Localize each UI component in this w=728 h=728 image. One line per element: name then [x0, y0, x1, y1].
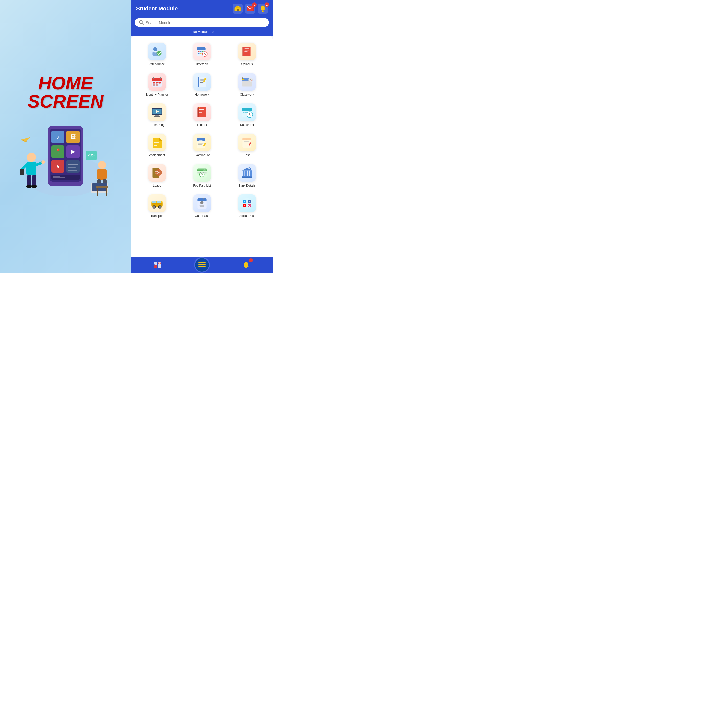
module-label-elearning: E-Learning	[150, 123, 165, 127]
header-icons: 0 1	[232, 3, 268, 14]
module-item-gatepass[interactable]: Gate-Pass	[180, 191, 224, 221]
svg-point-187	[248, 204, 251, 207]
nav-menu-btn[interactable]	[195, 258, 209, 272]
svg-rect-75	[152, 80, 162, 81]
svg-rect-99	[155, 115, 159, 116]
nav-bell-btn[interactable]: 1	[240, 259, 252, 271]
svg-text:★: ★	[55, 163, 60, 169]
svg-rect-129	[198, 144, 202, 145]
svg-text:🖼: 🖼	[70, 134, 76, 140]
svg-rect-158	[242, 176, 252, 177]
app-header: Student Module 0 1	[131, 0, 273, 16]
svg-rect-78	[153, 82, 155, 83]
svg-rect-121	[154, 144, 159, 144]
svg-point-176	[200, 201, 204, 205]
svg-rect-27	[27, 175, 31, 186]
module-item-timetable[interactable]: Timetable	[180, 40, 224, 69]
module-icon-syllabus	[238, 43, 256, 60]
modules-container: Attendance Timetable Syllabus Monthly Pl…	[131, 36, 273, 257]
module-item-examination[interactable]: EXAM Examination	[180, 131, 224, 160]
left-panel: HOME SCREEN ♪ 🖼 📍 ▶ ★	[0, 0, 131, 273]
svg-rect-31	[20, 168, 24, 175]
svg-marker-119	[159, 138, 162, 141]
svg-rect-175	[198, 200, 206, 201]
module-label-social: Social Post	[239, 214, 255, 218]
mail-badge: 0	[252, 2, 257, 7]
svg-rect-59	[197, 49, 205, 50]
module-item-assignment[interactable]: Assignment	[135, 131, 179, 160]
school-icon-btn[interactable]	[232, 3, 243, 14]
svg-rect-128	[198, 143, 203, 144]
module-item-social[interactable]: t f Social Post	[225, 191, 269, 221]
svg-rect-154	[243, 170, 245, 176]
svg-rect-41	[97, 188, 98, 196]
svg-rect-56	[155, 52, 157, 53]
svg-rect-192	[154, 265, 158, 268]
svg-rect-155	[245, 170, 247, 176]
svg-rect-84	[198, 77, 199, 87]
module-item-syllabus[interactable]: Syllabus	[225, 40, 269, 69]
module-item-ebook[interactable]: E-book	[180, 100, 224, 130]
svg-point-49	[262, 11, 264, 12]
svg-rect-64	[200, 51, 202, 52]
module-label-examination: Examination	[194, 153, 210, 157]
modules-grid: Attendance Timetable Syllabus Monthly Pl…	[133, 40, 271, 221]
svg-rect-42	[106, 188, 107, 196]
module-icon-homework	[193, 73, 211, 91]
module-item-feepaid[interactable]: $ Fee Paid List	[180, 161, 224, 190]
module-item-leave[interactable]: Leave	[135, 161, 179, 190]
svg-rect-70	[245, 48, 249, 49]
module-item-classwork[interactable]: Classwork	[225, 70, 269, 99]
module-label-attendance: Attendance	[149, 63, 165, 66]
svg-rect-15	[68, 167, 76, 168]
svg-rect-116	[243, 112, 245, 113]
svg-rect-16	[68, 170, 77, 171]
module-icon-ebook	[193, 103, 211, 121]
module-label-syllabus: Syllabus	[241, 63, 252, 66]
module-icon-timetable	[193, 43, 211, 60]
module-item-bank[interactable]: Bank Details	[225, 161, 269, 190]
svg-rect-156	[248, 170, 249, 176]
svg-rect-106	[199, 109, 204, 110]
svg-point-30	[31, 185, 37, 188]
svg-rect-77	[160, 77, 161, 79]
svg-rect-135	[244, 141, 249, 142]
module-item-datesheet[interactable]: Datesheet	[225, 100, 269, 130]
svg-rect-71	[245, 50, 249, 50]
svg-rect-82	[156, 84, 158, 86]
home-screen-title: HOME SCREEN	[28, 74, 103, 110]
module-item-attendance[interactable]: Attendance	[135, 40, 179, 69]
svg-rect-19	[53, 177, 66, 178]
svg-text:EXAM: EXAM	[199, 139, 203, 141]
svg-rect-100	[154, 116, 160, 117]
module-item-transport[interactable]: Transport	[135, 191, 179, 221]
module-label-timetable: Timetable	[196, 63, 208, 66]
svg-rect-47	[239, 6, 240, 7]
svg-rect-105	[200, 107, 200, 108]
svg-rect-76	[153, 77, 154, 79]
svg-rect-143	[155, 171, 158, 172]
module-item-monthly-planner[interactable]: Monthly Planner	[135, 70, 179, 99]
module-icon-assignment	[148, 134, 166, 151]
search-container	[131, 16, 273, 30]
svg-text:📍: 📍	[55, 148, 62, 155]
module-label-feepaid: Fee Paid List	[193, 184, 211, 187]
svg-point-189	[250, 205, 250, 205]
mail-icon-btn[interactable]: 0	[245, 3, 255, 14]
svg-rect-136	[244, 142, 249, 143]
bell-icon-btn[interactable]: 1	[258, 3, 268, 14]
svg-rect-147	[197, 170, 207, 171]
search-input[interactable]	[145, 20, 265, 25]
module-item-elearning[interactable]: E-Learning	[135, 100, 179, 130]
svg-point-180	[242, 198, 252, 208]
app-title: Student Module	[136, 5, 178, 12]
svg-rect-87	[200, 82, 203, 83]
svg-rect-14	[68, 164, 78, 165]
search-bar[interactable]	[135, 18, 269, 27]
module-icon-leave	[148, 164, 166, 182]
module-item-homework[interactable]: Homework	[180, 70, 224, 99]
module-icon-bank	[238, 164, 256, 182]
module-item-test[interactable]: TEST Test	[225, 131, 269, 160]
nav-home-btn[interactable]	[151, 259, 164, 271]
module-label-transport: Transport	[151, 214, 164, 218]
